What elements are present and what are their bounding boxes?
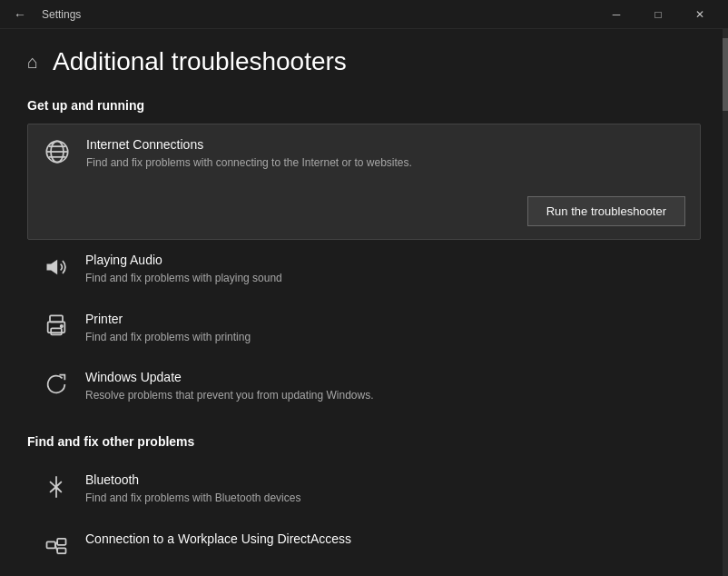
connection-workplace-icon xyxy=(42,531,71,561)
maximize-button[interactable]: □ xyxy=(637,0,679,29)
expanded-top: Internet Connections Find and fix proble… xyxy=(43,137,685,171)
playing-audio-desc: Find and fix problems with playing sound xyxy=(85,271,686,286)
svg-rect-6 xyxy=(50,315,63,322)
playing-audio-text: Playing Audio Find and fix problems with… xyxy=(85,253,686,286)
svg-rect-8 xyxy=(51,328,62,334)
item-printer[interactable]: Printer Find and fix problems with print… xyxy=(27,299,701,358)
windows-update-icon xyxy=(42,370,71,399)
item-bluetooth[interactable]: Bluetooth Find and fix problems with Blu… xyxy=(27,460,701,519)
scrollbar[interactable] xyxy=(723,29,728,576)
bluetooth-desc: Find and fix problems with Bluetooth dev… xyxy=(85,491,686,506)
printer-name: Printer xyxy=(85,312,686,326)
bluetooth-name: Bluetooth xyxy=(85,472,686,487)
svg-rect-12 xyxy=(57,548,65,553)
section-get-up-running: Get up and running Internet Connections xyxy=(27,98,701,416)
windows-update-text: Windows Update Resolve problems that pre… xyxy=(85,370,686,403)
item-playing-audio[interactable]: Playing Audio Find and fix problems with… xyxy=(27,240,701,299)
internet-connections-icon xyxy=(43,137,72,166)
windows-update-name: Windows Update xyxy=(85,370,686,384)
printer-desc: Find and fix problems with printing xyxy=(85,330,686,345)
title-bar-left: ← Settings xyxy=(7,2,81,27)
title-bar: ← Settings ─ □ ✕ xyxy=(0,0,728,29)
section-title-find-fix-other: Find and fix other problems xyxy=(27,434,701,449)
page-header: ⌂ Additional troubleshooters xyxy=(27,47,701,76)
svg-rect-10 xyxy=(47,541,55,548)
bluetooth-icon xyxy=(42,472,71,502)
svg-rect-11 xyxy=(57,539,65,545)
svg-point-9 xyxy=(61,324,63,326)
home-icon[interactable]: ⌂ xyxy=(27,52,38,73)
playing-audio-icon xyxy=(42,253,71,282)
title-bar-title: Settings xyxy=(42,8,81,21)
svg-marker-5 xyxy=(47,260,58,274)
internet-connections-desc: Find and fix problems with connecting to… xyxy=(86,155,685,171)
section-title-get-up-running: Get up and running xyxy=(27,98,701,113)
internet-connections-text: Internet Connections Find and fix proble… xyxy=(86,137,685,171)
main-content: ⌂ Additional troubleshooters Get up and … xyxy=(0,29,728,576)
svg-line-14 xyxy=(55,545,57,551)
item-internet-connections[interactable]: Internet Connections Find and fix proble… xyxy=(27,124,701,240)
run-troubleshooter-button[interactable]: Run the troubleshooter xyxy=(527,196,685,226)
windows-update-desc: Resolve problems that prevent you from u… xyxy=(85,388,686,403)
title-bar-controls: ─ □ ✕ xyxy=(595,0,721,29)
item-connection-workplace[interactable]: Connection to a Workplace Using DirectAc… xyxy=(27,519,701,573)
close-button[interactable]: ✕ xyxy=(679,0,721,29)
back-button[interactable]: ← xyxy=(7,2,33,27)
item-windows-update[interactable]: Windows Update Resolve problems that pre… xyxy=(27,357,701,416)
minimize-button[interactable]: ─ xyxy=(595,0,637,29)
scrollbar-thumb[interactable] xyxy=(723,38,728,111)
section-find-fix-other: Find and fix other problems Bluetooth Fi… xyxy=(27,434,701,573)
connection-workplace-name: Connection to a Workplace Using DirectAc… xyxy=(85,531,686,546)
bluetooth-text: Bluetooth Find and fix problems with Blu… xyxy=(85,472,686,506)
page-title: Additional troubleshooters xyxy=(53,47,347,76)
printer-text: Printer Find and fix problems with print… xyxy=(85,312,686,345)
internet-connections-name: Internet Connections xyxy=(86,137,685,152)
playing-audio-name: Playing Audio xyxy=(85,253,686,267)
connection-workplace-text: Connection to a Workplace Using DirectAc… xyxy=(85,531,686,550)
printer-icon xyxy=(42,312,71,341)
